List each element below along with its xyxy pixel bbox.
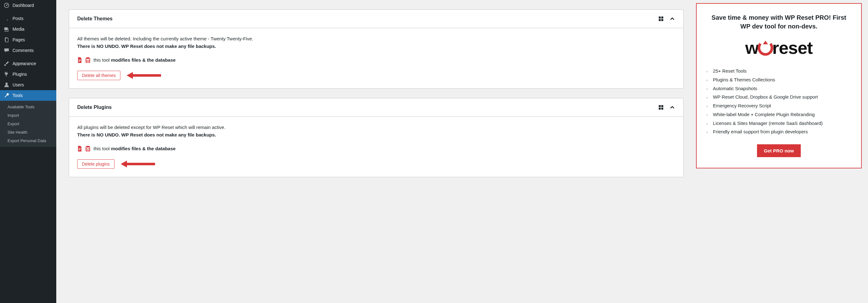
sidebar-label: Users [12, 82, 24, 87]
sidebar-separator [0, 11, 56, 13]
sidebar-label: Dashboard [12, 3, 34, 8]
tools-submenu: Available Tools Import Export Site Healt… [0, 101, 56, 147]
svg-rect-13 [79, 61, 80, 62]
svg-rect-7 [659, 17, 661, 19]
themes-warning-line2: There is NO UNDO. WP Reset does not make… [77, 43, 675, 50]
svg-rect-9 [659, 19, 661, 21]
submenu-export[interactable]: Export [4, 119, 56, 128]
sidebar-separator [0, 56, 56, 58]
svg-point-6 [5, 83, 7, 85]
sidebar-item-media[interactable]: Media [0, 24, 56, 34]
feature-item: Licenses & Sites Manager (remote SaaS da… [706, 119, 852, 128]
svg-rect-12 [79, 60, 81, 61]
sidebar-item-plugins[interactable]: Plugins [0, 69, 56, 80]
feature-item: WP Reset Cloud, Dropbox & Google Drive s… [706, 93, 852, 102]
admin-sidebar: Dashboard Posts Media Pages [0, 0, 56, 303]
feature-list: 25+ Reset Tools Plugins & Themes Collect… [706, 67, 852, 136]
promo-sidebar: Save time & money with WP Reset PRO! Fir… [696, 0, 868, 303]
tool-bold: modifies files & the database [111, 57, 176, 63]
delete-themes-card: Delete Themes All themes will be deleted… [69, 9, 684, 89]
delete-all-themes-button[interactable]: Delete all themes [77, 71, 120, 80]
chevron-up-icon[interactable] [670, 105, 675, 110]
svg-rect-17 [659, 108, 661, 110]
submenu-available-tools[interactable]: Available Tools [4, 103, 56, 111]
database-icon [85, 57, 90, 63]
sidebar-label: Media [12, 27, 24, 32]
comment-icon [4, 48, 9, 53]
sidebar-label: Plugins [12, 72, 27, 77]
annotation-arrow [127, 71, 161, 80]
delete-plugins-card: Delete Plugins All plugins will be delet… [69, 98, 684, 177]
promo-heading: Save time & money with WP Reset PRO! Fir… [706, 13, 852, 31]
card-header: Delete Plugins [69, 98, 683, 117]
svg-rect-16 [661, 105, 663, 107]
wpreset-logo: w reset [706, 37, 852, 58]
sidebar-label: Tools [12, 93, 23, 98]
svg-rect-15 [659, 105, 661, 107]
sidebar-label: Appearance [12, 61, 36, 66]
media-icon [4, 26, 9, 32]
svg-rect-11 [79, 59, 81, 60]
card-title: Delete Plugins [77, 105, 112, 110]
tool-info: this tool modifies files & the database [77, 56, 675, 64]
feature-item: Emergency Recovery Script [706, 102, 852, 110]
svg-rect-21 [79, 150, 80, 150]
wrench-icon [4, 93, 9, 98]
sidebar-item-users[interactable]: Users [0, 80, 56, 90]
sidebar-item-tools[interactable]: Tools [0, 90, 56, 101]
sidebar-item-pages[interactable]: Pages [0, 34, 56, 45]
feature-item: 25+ Reset Tools [706, 67, 852, 76]
sidebar-label: Comments [12, 48, 34, 53]
svg-rect-8 [661, 17, 663, 19]
feature-item: Plugins & Themes Collections [706, 76, 852, 84]
grid-icon[interactable] [658, 16, 664, 22]
tool-info: this tool modifies files & the database [77, 145, 675, 153]
plug-icon [4, 72, 9, 77]
annotation-arrow [121, 159, 155, 169]
get-pro-button[interactable]: Get PRO now [757, 144, 801, 157]
svg-rect-18 [661, 108, 663, 110]
svg-rect-20 [79, 149, 81, 149]
pro-promo-box: Save time & money with WP Reset PRO! Fir… [696, 3, 862, 168]
sidebar-item-posts[interactable]: Posts [0, 13, 56, 24]
feature-item: Automatic Snapshots [706, 84, 852, 93]
svg-point-22 [86, 146, 90, 147]
chevron-up-icon[interactable] [670, 16, 675, 22]
sidebar-label: Posts [12, 16, 24, 21]
sidebar-item-comments[interactable]: Comments [0, 45, 56, 56]
sidebar-item-appearance[interactable]: Appearance [0, 58, 56, 69]
tool-bold: modifies files & the database [111, 146, 176, 151]
tool-prefix: this tool [93, 146, 111, 151]
logo-text-post: reset [772, 37, 813, 58]
pin-icon [4, 16, 9, 21]
svg-point-1 [6, 5, 7, 6]
tool-info-text: this tool modifies files & the database [93, 145, 176, 153]
file-icon [77, 57, 82, 63]
svg-rect-2 [4, 28, 8, 30]
feature-item: White-label Mode + Complete Plugin Rebra… [706, 110, 852, 119]
plugins-warning-line1: All plugins will be deleted except for W… [77, 123, 675, 131]
grid-icon[interactable] [658, 105, 664, 110]
database-icon [85, 146, 90, 152]
plugins-warning-line2: There is NO UNDO. WP Reset does not make… [77, 131, 675, 139]
main-content: Delete Themes All themes will be deleted… [56, 0, 696, 303]
brush-icon [4, 61, 9, 66]
sidebar-item-dashboard[interactable]: Dashboard [0, 0, 56, 11]
file-icon [77, 146, 82, 152]
svg-rect-10 [661, 19, 663, 21]
card-header: Delete Themes [69, 10, 683, 28]
tool-info-text: this tool modifies files & the database [93, 56, 176, 64]
user-icon [4, 82, 9, 88]
card-title: Delete Themes [77, 16, 113, 22]
svg-rect-4 [5, 38, 8, 42]
svg-rect-19 [79, 148, 81, 148]
reset-icon [757, 40, 774, 56]
submenu-site-health[interactable]: Site Health [4, 128, 56, 136]
tool-prefix: this tool [93, 57, 111, 63]
sidebar-label: Pages [12, 37, 25, 42]
feature-item: Friendly email support from plugin devel… [706, 128, 852, 136]
delete-plugins-button[interactable]: Delete plugins [77, 159, 115, 169]
dashboard-icon [4, 2, 9, 8]
submenu-import[interactable]: Import [4, 111, 56, 119]
submenu-export-personal-data[interactable]: Export Personal Data [4, 136, 56, 145]
